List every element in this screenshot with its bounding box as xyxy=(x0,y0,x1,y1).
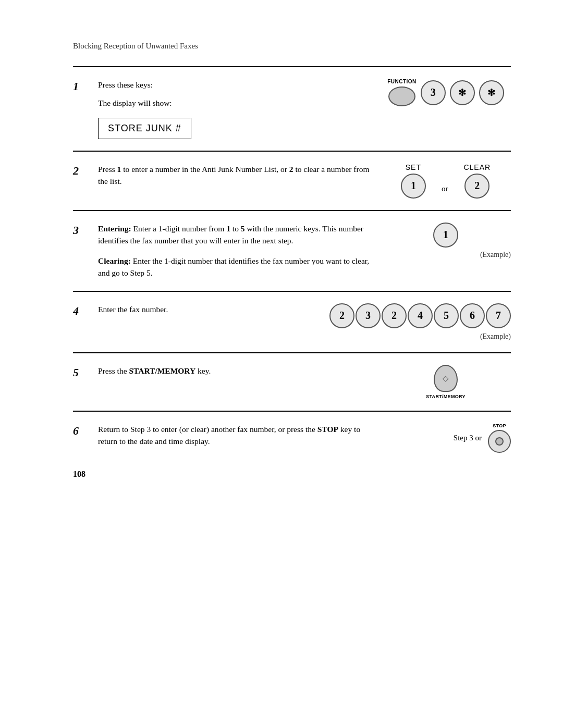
step-5: 5 Press the START/MEMORY key. ◇ START/ME… xyxy=(73,352,511,411)
step-4-content: Enter the fax number. xyxy=(98,303,319,315)
set-col: SET 1 xyxy=(401,163,426,199)
fax-digit-2b: 2 xyxy=(382,303,407,328)
step-2-text-1: Press xyxy=(98,165,117,174)
step-3-entering: Entering: Enter a 1-digit number from 1 … xyxy=(98,223,370,247)
stop-key-inner xyxy=(495,437,504,446)
fax-digit-6: 6 xyxy=(460,303,485,328)
key-star-2: ✻ xyxy=(479,80,504,105)
step-6-stop-label: STOP xyxy=(317,425,338,434)
page-number: 108 xyxy=(73,470,511,479)
step-3-number: 3 xyxy=(73,224,88,237)
step-1-number: 1 xyxy=(73,80,88,93)
function-label: FUNCTION xyxy=(387,79,417,84)
step-3-content: Entering: Enter a 1-digit number from 1 … xyxy=(98,223,370,279)
step-3-clearing: Clearing: Enter the 1-digit number that … xyxy=(98,255,370,279)
display-box: STORE JUNK # xyxy=(98,118,191,139)
step-1-keys: FUNCTION 3 ✻ ✻ xyxy=(387,79,504,106)
steps-container: 1 Press these keys: The display will sho… xyxy=(73,66,511,464)
step-6-visual: Step 3 or STOP xyxy=(381,423,511,453)
set-label: SET xyxy=(406,163,421,171)
step-5-number: 5 xyxy=(73,366,88,379)
fax-digit-4: 4 xyxy=(408,303,433,328)
step-4-visual: 2 3 2 4 5 6 7 (Example) xyxy=(329,303,511,341)
step-1-instruction: Press these keys: xyxy=(98,79,370,91)
step-6: 6 Return to Step 3 to enter (or clear) a… xyxy=(73,411,511,464)
step-4: 4 Enter the fax number. 2 3 2 4 5 6 7 (E… xyxy=(73,291,511,352)
or-text: or xyxy=(442,184,448,193)
step-6-content: Return to Step 3 to enter (or clear) ano… xyxy=(98,423,370,448)
start-memory-key: ◇ xyxy=(434,365,458,392)
step-4-text: Enter the fax number. xyxy=(98,305,168,314)
clear-col: CLEAR 2 xyxy=(463,163,491,199)
key-3: 3 xyxy=(421,80,446,105)
function-key-col: FUNCTION xyxy=(387,79,417,106)
step-5-text-after: key. xyxy=(195,366,211,375)
fax-digit-2a: 2 xyxy=(329,303,354,328)
step-1-visual: FUNCTION 3 ✻ ✻ xyxy=(381,79,511,106)
key-star-1: ✻ xyxy=(450,80,475,105)
function-key xyxy=(388,87,415,106)
step-1-content: Press these keys: The display will show:… xyxy=(98,79,370,139)
key-set-1: 1 xyxy=(401,174,426,199)
step-3: 3 Entering: Enter a 1-digit number from … xyxy=(73,210,511,291)
step-3-visual: 1 (Example) xyxy=(381,223,511,259)
key-example-1: 1 xyxy=(433,223,458,248)
step-3-or-text: Step 3 or xyxy=(454,434,482,442)
fax-number-row: 2 3 2 4 5 6 7 xyxy=(329,303,511,328)
step-4-number: 4 xyxy=(73,304,88,318)
start-memory-icon: ◇ xyxy=(443,374,449,383)
step-4-example: (Example) xyxy=(480,332,511,340)
clearing-label: Clearing: xyxy=(98,256,131,265)
key-clear-2: 2 xyxy=(464,174,489,199)
entering-text: Enter a 1-digit number from 1 to 5 with … xyxy=(98,224,363,245)
header-text: Blocking Reception of Unwanted Faxes xyxy=(73,42,198,50)
step-6-number: 6 xyxy=(73,424,88,438)
start-memory-label: START/MEMORY xyxy=(426,394,466,399)
page: Blocking Reception of Unwanted Faxes 1 P… xyxy=(0,0,563,728)
step-5-visual: ◇ START/MEMORY xyxy=(381,365,511,399)
step-3-example: (Example) xyxy=(480,251,511,259)
step-2-bold-2: 2 xyxy=(289,165,293,174)
step-1: 1 Press these keys: The display will sho… xyxy=(73,66,511,151)
step-6-text-1: Return to Step 3 to enter (or clear) ano… xyxy=(98,425,317,434)
stop-key xyxy=(488,430,511,453)
step-5-text-before: Press the xyxy=(98,366,129,375)
clearing-text: Enter the 1-digit number that identifies… xyxy=(98,256,369,277)
step-5-content: Press the START/MEMORY key. xyxy=(98,365,370,377)
step-5-key-label: START/MEMORY xyxy=(129,366,195,375)
fax-digit-7: 7 xyxy=(486,303,511,328)
step-2-number: 2 xyxy=(73,164,88,178)
fax-digit-3: 3 xyxy=(356,303,381,328)
step-1-display-prompt: The display will show: xyxy=(98,97,370,109)
fax-digit-5: 5 xyxy=(434,303,459,328)
set-clear-row: SET 1 or CLEAR 2 xyxy=(401,163,491,199)
entering-label: Entering: xyxy=(98,224,131,233)
step-2: 2 Press 1 to enter a number in the Anti … xyxy=(73,151,511,210)
step-2-visual: SET 1 or CLEAR 2 xyxy=(381,163,511,199)
step-2-content: Press 1 to enter a number in the Anti Ju… xyxy=(98,163,370,188)
step-2-text-2: to enter a number in the Anti Junk Numbe… xyxy=(121,165,289,174)
stop-label-top: STOP xyxy=(493,423,506,428)
clear-label: CLEAR xyxy=(463,163,491,171)
page-header: Blocking Reception of Unwanted Faxes xyxy=(73,42,511,51)
